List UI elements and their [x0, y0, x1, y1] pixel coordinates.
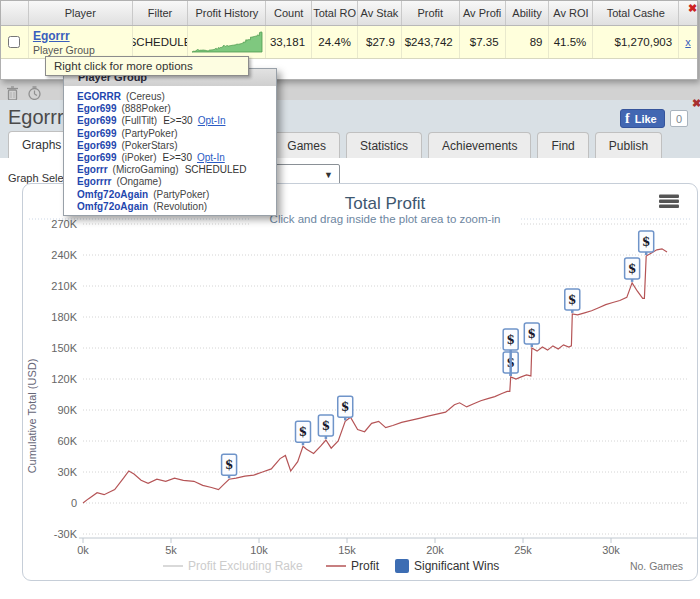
player-group-label[interactable]: Player Group — [33, 44, 95, 56]
player-name: Egorrr — [77, 164, 108, 175]
column-header[interactable]: Ability — [506, 1, 550, 25]
chart-canvas: -30K030K60K90K120K150K180K210K240K270K0k… — [23, 184, 697, 580]
svg-text:-30K: -30K — [54, 528, 78, 540]
column-header[interactable]: Total Cashe — [593, 1, 679, 25]
like-label: Like — [635, 113, 657, 125]
player-group-menu-item[interactable]: Egorrrr(Ongame) — [77, 176, 276, 188]
close-section-icon[interactable]: ✖ — [692, 97, 700, 110]
player-name: Egor699 — [77, 103, 116, 114]
svg-text:60K: 60K — [57, 435, 77, 447]
svg-text:$: $ — [322, 419, 330, 433]
column-header[interactable]: Av Stak — [358, 1, 402, 25]
svg-text:30k: 30k — [602, 544, 620, 556]
tab-statistics[interactable]: Statistics — [346, 132, 422, 158]
site-name: (PartyPoker) — [121, 128, 177, 139]
svg-text:150K: 150K — [51, 342, 77, 354]
site-name: (Cereus) — [126, 91, 165, 102]
tab-find[interactable]: Find — [537, 132, 588, 158]
player-name: Egor699 — [77, 128, 116, 139]
svg-text:Profit Excluding Rake: Profit Excluding Rake — [188, 559, 303, 573]
svg-text:15k: 15k — [338, 544, 356, 556]
svg-text:180K: 180K — [51, 311, 77, 323]
column-header[interactable]: Player — [29, 1, 133, 25]
column-header[interactable]: Filter — [133, 1, 189, 25]
filter-cell: SCHEDULE — [133, 26, 189, 58]
tab-publish[interactable]: Publish — [595, 132, 662, 158]
facebook-like-button[interactable]: f Like — [620, 109, 665, 128]
player-link[interactable]: Egorrr — [33, 29, 70, 43]
player-name: Egor699 — [77, 152, 116, 163]
remove-row-link[interactable]: x — [685, 36, 691, 48]
player-group-menu-item[interactable]: Omfg72oAgain(Revolution) — [77, 201, 276, 213]
svg-text:120K: 120K — [51, 373, 77, 385]
table-header-row: PlayerFilterProfit HistoryCountTotal ROA… — [1, 1, 697, 26]
opt-in-link[interactable]: Opt-In — [197, 152, 225, 163]
column-header[interactable]: Av Profi — [460, 1, 506, 25]
svg-text:90K: 90K — [57, 404, 77, 416]
svg-text:$: $ — [642, 235, 650, 249]
svg-text:Click and drag inside the plot: Click and drag inside the plot area to z… — [270, 213, 501, 225]
svg-text:$: $ — [507, 333, 515, 347]
svg-text:Cumulative Total (USD): Cumulative Total (USD) — [26, 359, 38, 474]
player-name: EGORRR — [77, 91, 121, 102]
ability-cell: 89 — [506, 26, 550, 58]
player-group-menu-item[interactable]: Omfg72oAgain(PartyPoker) — [77, 189, 276, 201]
column-header[interactable] — [1, 1, 29, 25]
site-name: (iPoker) — [121, 152, 156, 163]
player-cell: Egorrr Player Group — [29, 26, 133, 58]
svg-text:5k: 5k — [165, 544, 177, 556]
site-name: (MicroGaming) — [113, 164, 179, 175]
tooltip: Right click for more options — [45, 56, 249, 76]
svg-text:0k: 0k — [77, 544, 89, 556]
screen: { "table": { "headers": ["", "Player", "… — [0, 0, 700, 599]
column-header[interactable]: Profit History — [188, 1, 266, 25]
player-name: Egorrrr — [77, 176, 111, 187]
site-name: (Ongame) — [116, 176, 161, 187]
svg-text:Total Profit: Total Profit — [345, 194, 426, 213]
profit-sparkline-chart — [190, 29, 264, 55]
player-group-menu: Player Group EGORRR(Cereus)Egor699(888Po… — [63, 68, 277, 216]
player-group-menu-item[interactable]: Egor699(FullTilt)E>=30Opt-In — [77, 115, 276, 127]
svg-text:No. Games: No. Games — [630, 560, 683, 572]
row-checkbox-cell — [1, 26, 29, 58]
item-flag: SCHEDULED — [185, 164, 247, 175]
site-name: (PartyPoker) — [153, 189, 209, 200]
svg-text:Profit: Profit — [351, 559, 380, 573]
svg-text:$: $ — [628, 262, 636, 276]
column-header[interactable]: Av ROI — [549, 1, 593, 25]
column-header[interactable]: Profit — [402, 1, 460, 25]
svg-text:$: $ — [568, 293, 576, 307]
close-table-icon[interactable]: ✖ — [688, 2, 697, 15]
opt-in-link[interactable]: Opt-In — [198, 115, 226, 126]
player-group-menu-item[interactable]: Egorrr(MicroGaming)SCHEDULED — [77, 164, 276, 176]
player-name: Omfg72oAgain — [77, 201, 148, 212]
svg-text:30K: 30K — [57, 466, 77, 478]
player-group-menu-item[interactable]: Egor699(iPoker)E>=30Opt-In — [77, 152, 276, 164]
profit-history-cell[interactable] — [188, 26, 266, 58]
refresh-clock-icon[interactable] — [27, 86, 42, 101]
tab-games[interactable]: Games — [273, 132, 340, 158]
total-cashes-cell: $1,270,903 — [593, 26, 679, 58]
site-name: (FullTilt) — [121, 115, 157, 126]
total-roi-cell: 24.4% — [312, 26, 358, 58]
player-group-menu-item[interactable]: Egor699(888Poker) — [77, 103, 276, 115]
tab-achievements[interactable]: Achievements — [428, 132, 531, 158]
svg-text:270K: 270K — [51, 218, 77, 230]
svg-text:10k: 10k — [250, 544, 268, 556]
total-profit-chart[interactable]: -30K030K60K90K120K150K180K210K240K270K0k… — [22, 183, 698, 581]
player-group-menu-item[interactable]: EGORRR(Cereus) — [77, 91, 276, 103]
count-cell: 33,181 — [266, 26, 312, 58]
remove-row-cell: x — [679, 26, 697, 58]
site-name: (888Poker) — [121, 103, 170, 114]
player-group-menu-item[interactable]: Egor699(PokerStars) — [77, 140, 276, 152]
chevron-down-icon: ▼ — [324, 170, 333, 180]
delete-icon[interactable] — [6, 86, 19, 101]
chart-menu-icon[interactable] — [655, 190, 683, 212]
svg-text:25k: 25k — [514, 544, 532, 556]
facebook-logo-icon: f — [625, 111, 630, 127]
table-row[interactable]: Egorrr Player Group SCHEDULE 33,181 24.4… — [1, 26, 697, 59]
column-header[interactable]: Count — [266, 1, 312, 25]
player-group-menu-item[interactable]: Egor699(PartyPoker) — [77, 128, 276, 140]
column-header[interactable]: Total RO — [312, 1, 358, 25]
row-checkbox[interactable] — [8, 36, 20, 48]
